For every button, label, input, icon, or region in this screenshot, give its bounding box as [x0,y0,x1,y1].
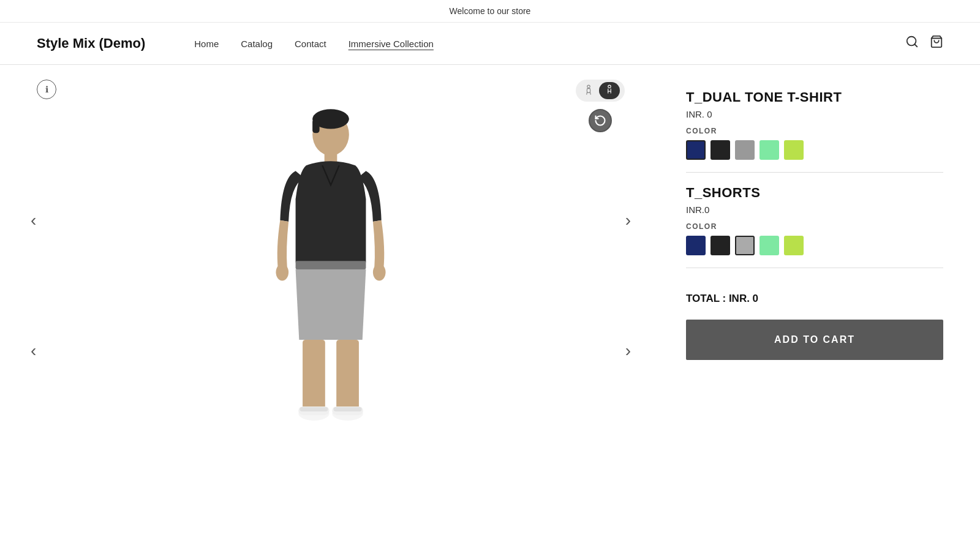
svg-point-3 [587,85,590,88]
tshirt-color-navy[interactable] [686,140,706,160]
nav-catalog[interactable]: Catalog [241,39,273,49]
search-button[interactable] [905,35,919,52]
tshirt-section: T_DUAL TONE T-SHIRT INR. 0 COLOR [686,89,943,173]
nav: Home Catalog Contact Immersive Collectio… [194,39,905,49]
arrow-left-top[interactable]: ‹ [24,204,42,236]
shorts-color-navy[interactable] [686,236,706,255]
tshirt-color-label: COLOR [686,127,943,135]
nav-home[interactable]: Home [194,39,219,49]
viewer-controls [576,80,625,132]
svg-rect-19 [334,407,362,411]
arrow-right-bottom[interactable]: › [619,335,637,367]
announcement-text: Welcome to our store [450,6,531,16]
arrow-left-bottom[interactable]: ‹ [24,335,42,367]
nav-contact[interactable]: Contact [295,39,326,49]
svg-rect-18 [300,407,328,411]
svg-point-4 [608,85,611,88]
svg-rect-7 [312,119,319,133]
tshirt-color-gray[interactable] [735,140,755,160]
shorts-color-label: COLOR [686,222,943,231]
total-label: TOTAL : INR. 0 [686,293,943,305]
shorts-color-mint[interactable] [760,236,779,255]
shorts-color-swatches [686,236,943,255]
total-section: TOTAL : INR. 0 [686,293,943,305]
tshirt-color-mint[interactable] [760,140,779,160]
main-content: ℹ [0,65,980,530]
gender-male[interactable] [599,82,620,99]
svg-rect-11 [296,261,366,269]
tshirt-name: T_DUAL TONE T-SHIRT [686,89,943,105]
tshirt-color-lime[interactable] [784,140,804,160]
model-viewer: ℹ [0,65,662,530]
product-panel: T_DUAL TONE T-SHIRT INR. 0 COLOR T_SHORT… [662,65,980,530]
tshirt-price: INR. 0 [686,109,943,119]
shorts-name: T_SHORTS [686,185,943,201]
add-to-cart-button[interactable]: ADD TO CART [686,320,943,360]
announcement-bar: Welcome to our store [0,0,980,23]
shorts-section: T_SHORTS INR.0 COLOR [686,185,943,268]
svg-point-9 [276,264,288,281]
cart-button[interactable] [930,35,943,52]
rotate-button[interactable] [589,109,612,132]
svg-rect-12 [303,340,325,410]
svg-rect-13 [336,340,359,410]
gender-toggle[interactable] [576,80,625,102]
tshirt-color-swatches [686,140,943,160]
header-icons [905,35,943,52]
logo[interactable]: Style Mix (Demo) [37,36,145,51]
shorts-color-gray[interactable] [735,236,755,255]
svg-line-1 [914,44,917,47]
shorts-price: INR.0 [686,204,943,215]
shorts-color-black[interactable] [710,236,730,255]
svg-point-10 [373,264,386,281]
gender-female[interactable] [578,82,599,99]
header: Style Mix (Demo) Home Catalog Contact Im… [0,23,980,65]
shorts-color-lime[interactable] [784,236,804,255]
avatar-figure [239,108,423,487]
arrow-right-top[interactable]: › [619,204,637,236]
nav-immersive-collection[interactable]: Immersive Collection [349,39,434,49]
info-icon[interactable]: ℹ [37,80,56,99]
tshirt-color-black[interactable] [710,140,730,160]
